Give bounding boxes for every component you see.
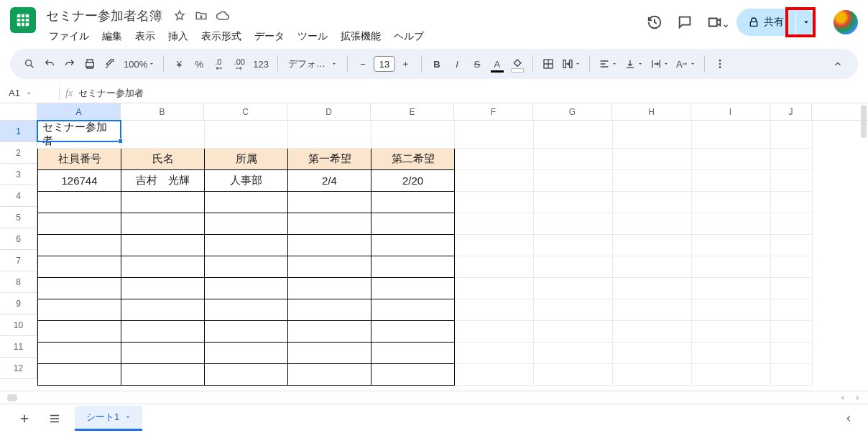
cell-B9[interactable] [121,299,205,321]
add-sheet-button[interactable] [14,409,34,429]
cell-G8[interactable] [534,278,613,299]
formula-bar-input[interactable]: セミナー参加者 [78,87,144,100]
meet-icon[interactable] [706,14,724,31]
text-color-button[interactable]: A [488,54,507,74]
cell-C5[interactable] [205,213,288,235]
paint-format-button[interactable] [101,54,119,74]
cell-G2[interactable] [534,149,613,170]
strikethrough-button[interactable]: S [468,54,486,74]
cell-A5[interactable] [38,213,121,235]
merge-cells-button[interactable] [559,54,583,74]
cell-J11[interactable] [771,343,813,364]
undo-button[interactable] [40,54,59,74]
menu-1[interactable]: 編集 [96,27,128,46]
vertical-align-button[interactable] [622,54,646,74]
cell-B5[interactable] [121,213,205,235]
cell-B7[interactable] [121,256,205,278]
cell-H5[interactable] [613,213,692,235]
cell-F7[interactable] [455,256,534,278]
col-header-E[interactable]: E [371,103,454,120]
explore-button[interactable] [844,414,854,424]
cell-G3[interactable] [534,170,613,192]
cell-F10[interactable] [455,321,534,343]
cell-C9[interactable] [205,299,288,321]
row-header-5[interactable]: 5 [0,207,37,228]
decrease-font-size-button[interactable]: − [354,54,372,74]
cell-J1[interactable] [771,121,813,149]
spreadsheet-grid[interactable]: ABCDEFGHIJ 123456789101112 セミナー参加者社員番号氏名… [0,103,868,391]
cell-B11[interactable] [121,343,205,364]
col-header-H[interactable]: H [612,103,691,120]
cell-D2[interactable]: 第一希望 [288,149,371,170]
cell-C12[interactable] [205,364,288,386]
select-all-corner[interactable] [0,103,37,120]
cell-B2[interactable]: 氏名 [121,149,205,170]
cell-J9[interactable] [771,299,813,321]
cell-F12[interactable] [455,364,534,386]
menu-4[interactable]: 表示形式 [195,27,247,46]
zoom-dropdown[interactable]: 100% [121,54,157,74]
cell-A11[interactable] [38,343,121,364]
row-header-8[interactable]: 8 [0,271,37,293]
row-header-11[interactable]: 11 [0,336,37,358]
cell-J2[interactable] [771,149,813,170]
cell-A7[interactable] [38,256,121,278]
more-formats-button[interactable]: 123 [250,54,272,74]
cell-B4[interactable] [121,192,205,213]
star-icon[interactable] [172,9,187,23]
cell-A10[interactable] [38,321,121,343]
cell-H3[interactable] [613,170,692,192]
cell-I10[interactable] [692,321,771,343]
borders-button[interactable] [539,54,558,74]
cell-I1[interactable] [692,121,771,149]
cell-I5[interactable] [692,213,771,235]
cell-E2[interactable]: 第二希望 [371,149,455,170]
cell-J5[interactable] [771,213,813,235]
menu-0[interactable]: ファイル [43,27,95,46]
cell-F2[interactable] [455,149,534,170]
redo-button[interactable] [60,54,79,74]
cell-C6[interactable] [205,235,288,256]
row-header-3[interactable]: 3 [0,164,37,185]
cell-A2[interactable]: 社員番号 [38,149,121,170]
cell-D4[interactable] [288,192,371,213]
cell-I2[interactable] [692,149,771,170]
cell-B8[interactable] [121,278,205,299]
cell-D9[interactable] [288,299,371,321]
row-header-1[interactable]: 1 [0,121,37,142]
scroll-right-icon[interactable] [854,394,861,401]
col-header-B[interactable]: B [121,103,204,120]
name-box[interactable]: A1 [0,88,53,98]
cloud-status-icon[interactable] [216,9,230,23]
cell-E3[interactable]: 2/20 [371,170,455,192]
cell-A12[interactable] [38,364,121,386]
doc-title[interactable]: セミナー参加者名簿 [43,6,165,26]
row-header-6[interactable]: 6 [0,228,37,250]
all-sheets-button[interactable] [45,409,65,429]
cell-C4[interactable] [205,192,288,213]
cell-I7[interactable] [692,256,771,278]
cell-B6[interactable] [121,235,205,256]
cell-I8[interactable] [692,278,771,299]
cell-J12[interactable] [771,364,813,386]
text-rotation-button[interactable]: A [673,54,698,74]
cell-I4[interactable] [692,192,771,213]
menu-6[interactable]: ツール [292,27,333,46]
cell-I3[interactable] [692,170,771,192]
cell-E8[interactable] [371,278,455,299]
cell-G1[interactable] [534,121,613,149]
cell-D11[interactable] [288,343,371,364]
account-avatar[interactable] [834,10,858,34]
cell-H9[interactable] [613,299,692,321]
cell-B10[interactable] [121,321,205,343]
col-header-C[interactable]: C [204,103,287,120]
cell-J8[interactable] [771,278,813,299]
col-header-A[interactable]: A [37,103,121,120]
cell-A1[interactable]: セミナー参加者 [38,121,121,149]
cell-C7[interactable] [205,256,288,278]
row-header-4[interactable]: 4 [0,185,37,207]
row-header-2[interactable]: 2 [0,142,37,164]
vertical-scrollbar[interactable] [861,105,867,138]
cell-D1[interactable] [288,121,371,149]
cell-F11[interactable] [455,343,534,364]
